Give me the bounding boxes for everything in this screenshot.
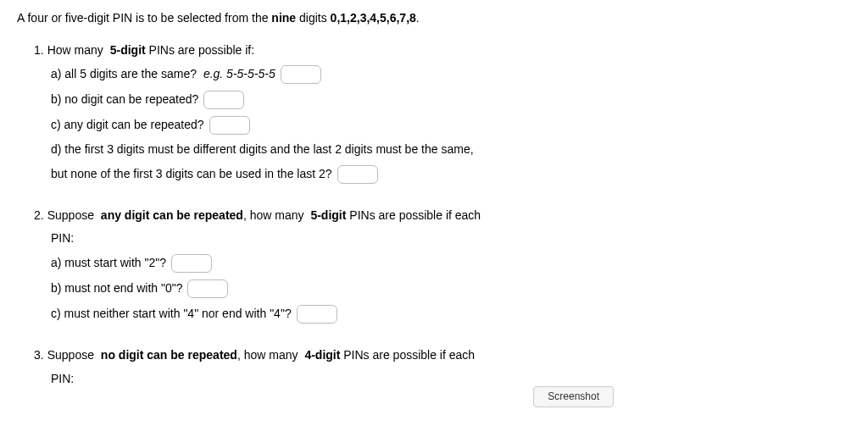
q2-c: c) must neither start with "4" nor end w… (51, 305, 851, 324)
question-1: 1. How many 5-digit PINs are possible if… (34, 42, 851, 184)
q2-c-input[interactable] (297, 305, 337, 324)
q1-d-line1: d) the first 3 digits must be different … (51, 141, 851, 158)
question-2: 2. Suppose any digit can be repeated, ho… (34, 207, 851, 324)
q2-lead-2: PIN: (51, 230, 851, 247)
q2-a-input[interactable] (171, 254, 212, 273)
screenshot-badge: Screenshot (533, 386, 614, 407)
q2-lead: 2. Suppose any digit can be repeated, ho… (34, 207, 851, 224)
q2-b: b) must not end with "0"? (51, 279, 851, 298)
q1-a-input[interactable] (281, 65, 321, 84)
intro-text: A four or five-digit PIN is to be select… (17, 10, 851, 27)
q1-b-input[interactable] (203, 91, 244, 109)
question-3: 3. Suppose no digit can be repeated, how… (34, 347, 851, 387)
q1-lead: 1. How many 5-digit PINs are possible if… (34, 42, 851, 59)
q1-b: b) no digit can be repeated? (51, 91, 851, 109)
q1-a: a) all 5 digits are the same? e.g. 5-5-5… (51, 65, 851, 84)
q1-c-input[interactable] (209, 116, 250, 135)
q3-lead-2: PIN: (51, 371, 851, 388)
q1-d-line2: but none of the first 3 digits can be us… (51, 165, 851, 184)
q1-d-input[interactable] (337, 165, 378, 184)
q2-a: a) must start with "2"? (51, 254, 851, 273)
q3-lead: 3. Suppose no digit can be repeated, how… (34, 347, 851, 364)
q2-b-input[interactable] (187, 279, 228, 298)
q1-c: c) any digit can be repeated? (51, 116, 851, 135)
